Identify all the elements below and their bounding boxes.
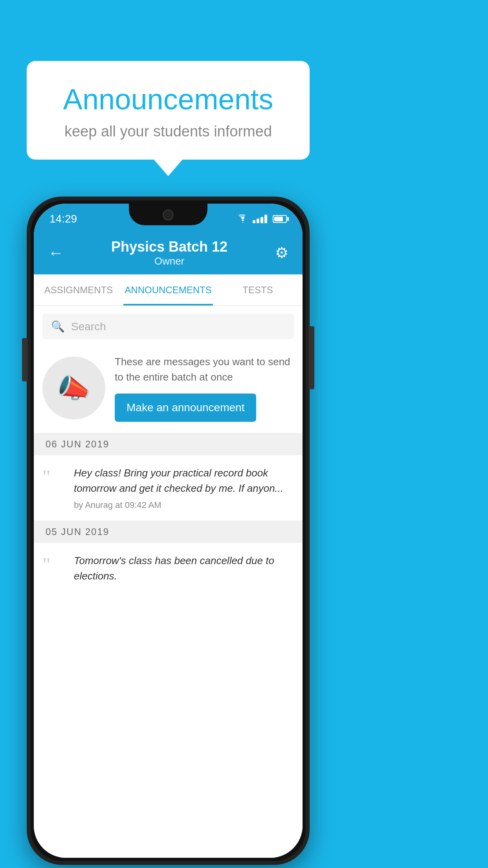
quote-icon-1: " [42,467,66,487]
announcement-item-2: " Tomorrow's class has been cancelled du… [34,543,303,598]
tab-assignments[interactable]: ASSIGNMENTS [34,274,123,305]
promo-description: These are messages you want to send to t… [115,354,294,385]
battery-icon [273,215,287,223]
speech-bubble-container: Announcements keep all your students inf… [27,61,310,160]
phone-screen: 14:29 [34,204,303,858]
announcement-content-1: Hey class! Bring your practical record b… [74,465,294,510]
phone-mockup: 14:29 [27,197,310,865]
promo-right: These are messages you want to send to t… [115,354,294,422]
tab-announcements[interactable]: ANNOUNCEMENTS [123,274,213,305]
search-bar[interactable]: 🔍 Search [42,314,294,339]
announcement-text-2: Tomorrow's class has been cancelled due … [74,553,294,584]
tabs-bar: ASSIGNMENTS ANNOUNCEMENTS TESTS [34,274,303,306]
announcement-text-1: Hey class! Bring your practical record b… [74,465,294,496]
content-area: 🔍 Search 📣 These are messages you want t… [34,306,303,858]
quote-icon-2: " [42,555,66,574]
bubble-subtitle: keep all your students informed [50,123,286,140]
back-button[interactable]: ← [48,244,64,262]
app-bar-subtitle: Owner [111,255,227,267]
app-bar-title: Physics Batch 12 [111,239,227,255]
search-placeholder: Search [71,320,106,333]
phone-notch [129,204,207,225]
announcement-content-2: Tomorrow's class has been cancelled due … [74,553,294,588]
signal-icon [253,215,267,223]
make-announcement-button[interactable]: Make an announcement [115,394,256,422]
date-separator-1: 06 JUN 2019 [34,433,303,455]
promo-icon-circle: 📣 [42,357,105,419]
app-bar-title-group: Physics Batch 12 Owner [111,239,227,267]
megaphone-icon: 📣 [57,372,91,404]
speech-bubble: Announcements keep all your students inf… [27,61,310,160]
bubble-title: Announcements [50,83,286,116]
status-icons [237,211,287,224]
tab-tests[interactable]: TESTS [213,274,303,305]
app-bar: ← Physics Batch 12 Owner ⚙ [34,231,303,274]
announcement-item-1: " Hey class! Bring your practical record… [34,455,303,521]
settings-button[interactable]: ⚙ [275,244,288,261]
camera [163,210,174,221]
date-separator-2: 05 JUN 2019 [34,521,303,543]
announcement-meta-1: by Anurag at 09:42 AM [74,500,294,510]
status-time: 14:29 [50,210,77,225]
phone-outer: 14:29 [27,197,310,865]
search-icon: 🔍 [51,320,65,333]
promo-section: 📣 These are messages you want to send to… [34,343,303,433]
wifi-icon [237,214,249,224]
